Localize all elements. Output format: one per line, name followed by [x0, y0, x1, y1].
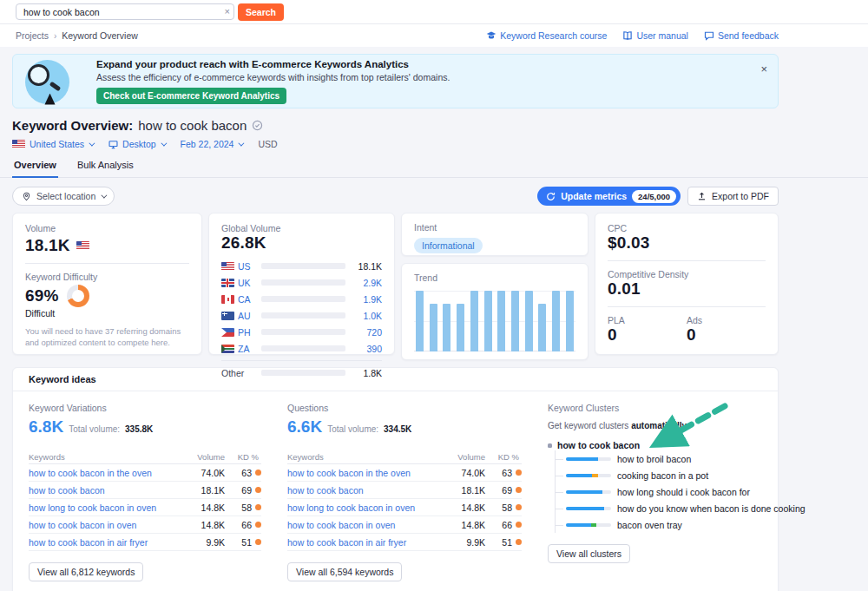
kd-cell: 51	[485, 537, 522, 548]
volume-cell: 74.0K	[445, 468, 485, 478]
volume-cell: 14.8K	[445, 502, 485, 513]
cpc-value: $0.03	[608, 233, 766, 253]
date-selector[interactable]: Feb 22, 2024	[181, 139, 243, 149]
keyword-link[interactable]: how to cook bacon in oven	[29, 520, 185, 530]
ads-label: Ads	[687, 315, 766, 325]
global-volume-row: PH 720	[221, 324, 382, 340]
cluster-volume-bar	[566, 507, 611, 510]
view-all-questions-button[interactable]: View all 6,594 keywords	[287, 562, 402, 581]
cluster-keyword-link[interactable]: how to broil bacon	[617, 454, 691, 464]
search-input[interactable]	[16, 3, 234, 20]
trend-chart	[414, 291, 575, 351]
page-title-keyword: how to cook bacon	[138, 118, 247, 133]
select-location-dropdown[interactable]: Select location	[12, 187, 115, 206]
view-all-clusters-button[interactable]: View all clusters	[548, 544, 630, 563]
kd-dot-icon	[255, 539, 261, 545]
country-code-link[interactable]: US	[238, 261, 251, 272]
kd-level: Difficult	[25, 308, 189, 318]
kd-dot-icon	[255, 504, 261, 510]
cluster-volume-bar	[566, 490, 611, 494]
flag-us-icon	[221, 262, 234, 271]
keyword-link[interactable]: how to cook bacon in air fryer	[29, 537, 185, 548]
tab-overview[interactable]: Overview	[12, 157, 58, 177]
tab-bulk-analysis[interactable]: Bulk Analysis	[76, 157, 135, 177]
country-code-link[interactable]: ZA	[238, 344, 249, 354]
volume-cell: 18.1K	[185, 485, 225, 496]
trend-bar	[525, 291, 533, 351]
cluster-keyword-link[interactable]: how long should i cook bacon for	[617, 487, 750, 497]
update-metrics-button[interactable]: Update metrics 24/5,000	[537, 187, 681, 206]
intent-card: Intent Informational	[401, 213, 589, 256]
keyword-ideas-section: Keyword ideas Keyword Variations 6.8K To…	[12, 367, 779, 591]
keyword-link[interactable]: how to cook bacon in air fryer	[287, 537, 445, 548]
country-selector[interactable]: United States	[12, 139, 93, 149]
keyword-clusters-column: Keyword Clusters Get keyword clusters au…	[548, 403, 806, 581]
keyword-link[interactable]: how to cook bacon in oven	[287, 520, 445, 530]
page-title: Keyword Overview:	[12, 118, 133, 133]
keyword-research-course-link[interactable]: Keyword Research course	[486, 30, 607, 41]
view-all-variations-button[interactable]: View all 6,812 keywords	[29, 562, 143, 581]
country-code-link[interactable]: PH	[238, 327, 251, 338]
table-row: how to cook bacon 18.1K 69	[29, 482, 261, 499]
keyword-link[interactable]: how long to cook bacon in oven	[29, 502, 185, 513]
other-countries-label: Other	[221, 368, 244, 378]
country-code-link[interactable]: UK	[238, 278, 251, 288]
volume-cell: 9.9K	[185, 537, 225, 548]
device-selector[interactable]: Desktop	[108, 139, 165, 149]
keyword-link[interactable]: how to cook bacon in the oven	[29, 468, 185, 478]
global-volume-label: Global Volume	[221, 223, 382, 233]
table-row: how to cook bacon in oven 14.8K 66	[29, 516, 261, 534]
trend-bar	[416, 291, 424, 351]
trend-bar	[430, 304, 437, 351]
flag-uk-icon	[221, 279, 234, 287]
country-code-link[interactable]: AU	[238, 311, 251, 321]
kd-label: Keyword Difficulty	[25, 272, 189, 282]
clear-search-icon[interactable]: ×	[225, 7, 230, 16]
country-code-link[interactable]: CA	[238, 294, 251, 305]
keyword-link[interactable]: how long to cook bacon in oven	[287, 502, 445, 513]
keyword-link[interactable]: how to cook bacon	[29, 485, 185, 496]
cluster-keyword-link[interactable]: how do you know when bacon is done cooki…	[617, 503, 806, 514]
variations-count[interactable]: 6.8K	[29, 417, 63, 437]
search-button[interactable]: Search	[238, 3, 284, 21]
kd-dot-icon	[516, 504, 522, 510]
user-manual-link[interactable]: User manual	[622, 30, 688, 41]
table-row: how to cook bacon in air fryer 9.9K 51	[287, 534, 522, 551]
trend-bar	[470, 291, 478, 351]
breadcrumb-row: Projects › Keyword Overview Keyword Rese…	[0, 24, 868, 47]
banner-cta-button[interactable]: Check out E-commerce Keyword Analytics	[96, 88, 286, 104]
volume-card: Volume 18.1K Keyword Difficulty 69% Diff…	[12, 213, 202, 355]
variations-label: Keyword Variations	[29, 403, 261, 413]
refresh-icon	[546, 192, 556, 201]
cluster-root[interactable]: how to cook bacon	[548, 440, 806, 450]
kd-cell: 66	[485, 520, 522, 530]
flag-us-icon	[12, 140, 25, 148]
banner-close-icon[interactable]: ×	[760, 63, 767, 75]
breadcrumb-projects[interactable]: Projects	[16, 30, 49, 41]
volume-cell: 14.8K	[185, 520, 225, 530]
intent-badge[interactable]: Informational	[414, 238, 483, 253]
questions-count[interactable]: 6.6K	[287, 417, 322, 437]
country-volume-value: 1.8K	[351, 368, 382, 378]
currency-label: USD	[258, 139, 277, 149]
cluster-item: how to broil bacon	[556, 450, 806, 467]
cluster-keyword-link[interactable]: bacon oven tray	[617, 520, 682, 530]
kd-dot-icon	[516, 522, 522, 528]
export-to-pdf-button[interactable]: Export to PDF	[687, 187, 779, 206]
graduation-cap-icon	[486, 30, 496, 41]
cluster-keyword-link[interactable]: cooking bacon in a pot	[617, 470, 708, 481]
table-row: how to cook bacon in oven 14.8K 66	[287, 516, 522, 534]
keyword-link[interactable]: how to cook bacon in the oven	[287, 468, 445, 478]
keyword-link[interactable]: how to cook bacon	[287, 485, 445, 496]
cluster-item: bacon oven tray	[556, 516, 806, 533]
competitive-density-label: Competitive Density	[608, 269, 766, 279]
send-feedback-link[interactable]: Send feedback	[704, 30, 779, 41]
table-row: how to cook bacon in the oven 74.0K 63	[287, 464, 522, 482]
keyword-ideas-title: Keyword ideas	[29, 374, 96, 384]
questions-label: Questions	[287, 403, 522, 413]
book-icon	[622, 30, 633, 41]
cluster-volume-bar	[566, 474, 611, 477]
ecommerce-promo-banner: Expand your product reach with E-commerc…	[12, 54, 779, 108]
kd-cell: 58	[225, 502, 261, 513]
kd-cell: 63	[225, 468, 261, 478]
